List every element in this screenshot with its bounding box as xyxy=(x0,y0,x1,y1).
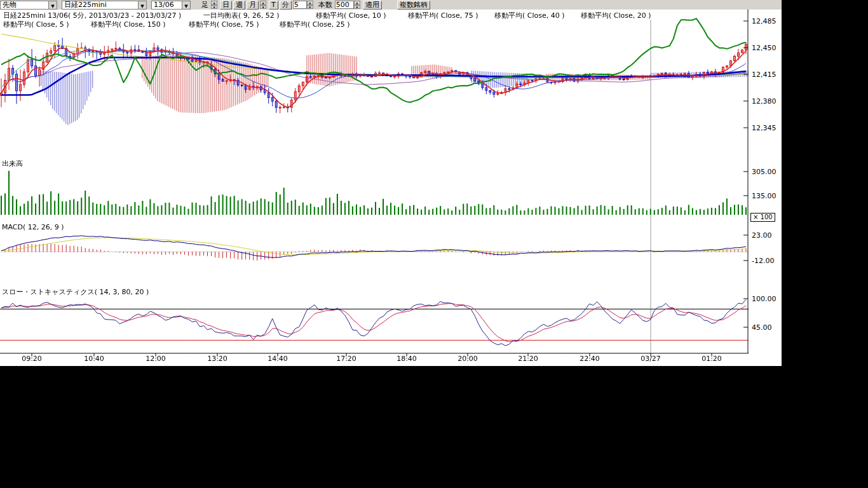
time-axis-label: 18:40 xyxy=(391,355,422,363)
market-select[interactable]: 先物 xyxy=(0,1,57,10)
contract-select[interactable]: 13/06 xyxy=(151,1,191,10)
price-axis-label: 12,380 xyxy=(752,97,776,105)
contract-select-value: 13/06 xyxy=(152,1,182,9)
minute-count-input[interactable] xyxy=(293,1,307,9)
indicator-ichimoku-label: 一目均衡表( 9, 26, 52 ) xyxy=(203,11,280,20)
time-axis-label: 09:20 xyxy=(17,355,47,363)
time-axis-label: 12:00 xyxy=(140,355,171,363)
time-axis-label: 01:20 xyxy=(696,355,727,363)
time-axis-label: 14:40 xyxy=(262,355,293,363)
chart-title: 日経225mini 13/06( 5分, 2013/03/23 - 2013/0… xyxy=(3,11,181,20)
apply-button[interactable]: 適用 xyxy=(363,1,382,10)
market-select-value: 先物 xyxy=(1,1,48,9)
volume-axis-label: 305.00 xyxy=(752,168,776,176)
day-button[interactable]: 日 xyxy=(220,1,232,10)
time-axis-label: 21:20 xyxy=(513,355,543,363)
stoch-axis-label: 100.00 xyxy=(752,295,776,303)
indicator-ma75-label: 移動平均( Close, 75 ) xyxy=(408,11,478,20)
chart-app-window: 先物 日経225mini 13/06 足 日 週 月 T 分 本数 適用 複数銘… xyxy=(0,0,782,366)
time-axis-label: 20:00 xyxy=(452,355,483,363)
minute-button[interactable]: 分 xyxy=(280,1,292,10)
time-axis-label: 17:20 xyxy=(331,355,362,363)
week-button[interactable]: 週 xyxy=(233,1,245,10)
period-spinner[interactable] xyxy=(211,1,217,9)
price-axis-label: 12,345 xyxy=(752,124,776,132)
volume-multiplier-badge: × 100 xyxy=(750,213,775,222)
price-axis-label: 12,450 xyxy=(752,44,776,52)
indicator-ma25-label: 移動平均( Close, 25 ) xyxy=(280,20,350,29)
macd-panel-title: MACD( 12, 26, 9 ) xyxy=(2,223,64,231)
bars-label: 本数 xyxy=(318,1,332,10)
time-axis-label: 13:20 xyxy=(202,355,233,363)
indicator-ma150-label: 移動平均( Close, 150 ) xyxy=(91,20,166,29)
toolbar: 先物 日経225mini 13/06 足 日 週 月 T 分 本数 適用 複数銘… xyxy=(0,0,782,10)
indicator-ma5-label: 移動平均( Close, 5 ) xyxy=(3,20,69,29)
stoch-axis-label: 45.00 xyxy=(752,323,772,332)
volume-axis-label: 135.00 xyxy=(752,192,776,200)
right-axis: 12,48512,45012,41512,38012,345305.00135.… xyxy=(750,0,781,353)
spinner-down-icon[interactable] xyxy=(307,5,313,10)
tick-button[interactable]: T xyxy=(269,1,278,10)
indicator-ma10-label: 移動平均( Close, 10 ) xyxy=(316,11,386,20)
time-axis-label: 03/27 xyxy=(635,355,666,363)
symbol-select-arrow-icon[interactable] xyxy=(138,1,146,9)
indicator-ma75b-label: 移動平均( Close, 75 ) xyxy=(189,20,259,29)
spinner-down-icon[interactable] xyxy=(211,5,217,10)
contract-select-arrow-icon[interactable] xyxy=(182,1,190,9)
bars-count-input[interactable] xyxy=(335,1,354,9)
spinner-down-icon[interactable] xyxy=(260,5,266,10)
time-axis: 09:2010:4012:0013:2014:4017:2018:4020:00… xyxy=(0,355,749,363)
stoch-panel-title: スロー・ストキャスティクス( 14, 3, 80, 20 ) xyxy=(2,287,149,297)
macd-axis-label: 23.00 xyxy=(752,231,772,240)
price-axis-label: 12,485 xyxy=(752,17,776,25)
spinner-down-icon[interactable] xyxy=(354,5,360,10)
symbol-select-value: 日経225mini xyxy=(62,1,138,9)
tick-spinner[interactable] xyxy=(260,1,266,9)
chart-canvas[interactable] xyxy=(0,10,749,357)
multi-symbol-button[interactable]: 複数銘柄 xyxy=(397,1,430,10)
timeframe-label: 足 xyxy=(201,1,208,10)
bars-count-spinner[interactable] xyxy=(354,1,360,9)
time-axis-label: 22:40 xyxy=(574,355,605,363)
market-select-arrow-icon[interactable] xyxy=(48,1,57,9)
indicator-ma40-label: 移動平均( Close, 40 ) xyxy=(494,11,565,20)
indicator-ma20-label: 移動平均( Close, 20 ) xyxy=(581,11,651,20)
time-axis-label: 10:40 xyxy=(79,355,109,363)
price-axis-label: 12,415 xyxy=(752,71,776,79)
macd-axis-label: -12.00 xyxy=(752,257,774,265)
volume-panel-title: 出来高 xyxy=(2,159,23,168)
minute-count-spinner[interactable] xyxy=(307,1,313,9)
symbol-select[interactable]: 日経225mini xyxy=(62,1,147,10)
month-button[interactable]: 月 xyxy=(247,1,259,10)
